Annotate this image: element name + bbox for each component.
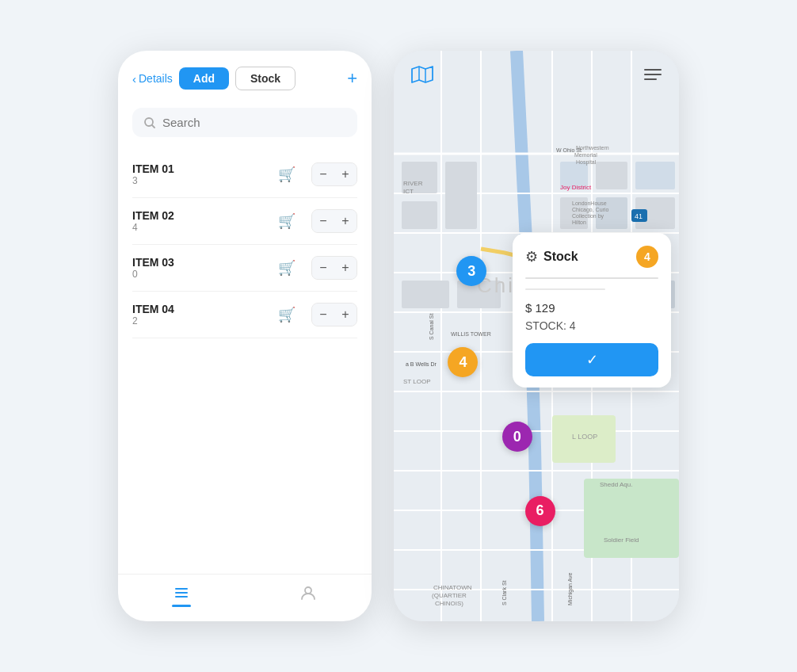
increment-button[interactable]: + xyxy=(334,210,357,232)
screens-container: ‹ Details Add Stock + ITEM 01 xyxy=(86,19,711,653)
stock-popup: ⚙ Stock 4 $ 129 STOCK: 4 ✓ xyxy=(513,233,671,388)
svg-rect-4 xyxy=(175,596,188,598)
svg-text:(QUARTIER: (QUARTIER xyxy=(432,592,467,599)
header-row: ‹ Details Add Stock + xyxy=(132,67,357,90)
stock-popup-header: ⚙ Stock 4 xyxy=(525,246,658,268)
svg-text:S Clark St: S Clark St xyxy=(501,580,507,605)
back-label: Details xyxy=(139,72,173,85)
right-phone: Chicago Northwestern Memorial Hospital L… xyxy=(394,51,679,621)
svg-rect-3 xyxy=(175,592,188,594)
svg-text:LondonHouse: LondonHouse xyxy=(572,200,607,206)
plus-icon[interactable]: + xyxy=(347,70,357,87)
svg-text:Soldier Field: Soldier Field xyxy=(604,536,639,544)
search-icon xyxy=(143,116,156,129)
nav-item-list[interactable] xyxy=(172,584,191,607)
gear-icon: ⚙ xyxy=(525,248,538,265)
svg-text:Memorial: Memorial xyxy=(574,152,597,158)
item-name: ITEM 04 xyxy=(132,303,272,315)
cart-icon: 🛒 xyxy=(278,166,296,183)
svg-rect-29 xyxy=(402,201,437,229)
hamburger-line-2 xyxy=(644,74,662,75)
item-info: ITEM 03 0 xyxy=(132,256,272,280)
stock-title-row: ⚙ Stock xyxy=(525,248,578,265)
decrement-button[interactable]: − xyxy=(312,163,334,185)
nav-active-indicator xyxy=(172,605,191,607)
item-name: ITEM 02 xyxy=(132,209,272,222)
svg-text:ICT: ICT xyxy=(403,188,414,195)
stepper-1: − + xyxy=(311,209,357,233)
bottom-nav xyxy=(118,574,372,621)
marker-6[interactable]: 6 xyxy=(525,496,555,526)
marker-0[interactable]: 0 xyxy=(502,422,532,452)
svg-text:CHINATOWN: CHINATOWN xyxy=(433,584,472,591)
hamburger-line-1 xyxy=(644,69,662,71)
table-row: ITEM 02 4 🛒 − + xyxy=(132,198,357,245)
item-info: ITEM 01 3 xyxy=(132,162,272,186)
svg-text:Collection by: Collection by xyxy=(572,213,604,220)
stepper-0: − + xyxy=(311,162,357,186)
check-icon: ✓ xyxy=(586,351,598,368)
popup-price: $ 129 xyxy=(525,301,658,315)
popup-stock-text: STOCK: 4 xyxy=(525,319,658,332)
back-chevron-icon: ‹ xyxy=(132,72,136,86)
decrement-button[interactable]: − xyxy=(312,304,334,326)
increment-button[interactable]: + xyxy=(334,163,357,185)
decrement-button[interactable]: − xyxy=(312,210,334,232)
svg-text:Joy District: Joy District xyxy=(560,184,592,191)
svg-text:a B Wells Dr: a B Wells Dr xyxy=(406,361,437,367)
svg-text:Hilton: Hilton xyxy=(572,220,586,225)
svg-text:CHINOIS): CHINOIS) xyxy=(435,600,463,607)
cart-icon: 🛒 xyxy=(278,306,296,323)
profile-icon xyxy=(299,584,317,601)
back-button[interactable]: ‹ Details xyxy=(132,72,173,86)
marker-0-value: 0 xyxy=(513,429,521,445)
decrement-button[interactable]: − xyxy=(312,257,334,279)
hamburger-line-3 xyxy=(644,78,657,80)
item-list: ITEM 01 3 🛒 − + ITEM 02 4 🛒 xyxy=(132,151,357,574)
stock-title: Stock xyxy=(543,250,578,264)
table-row: ITEM 03 0 🛒 − + xyxy=(132,245,357,292)
item-name: ITEM 01 xyxy=(132,162,272,175)
svg-text:W Ohio St: W Ohio St xyxy=(556,147,582,153)
increment-button[interactable]: + xyxy=(334,304,357,326)
increment-button[interactable]: + xyxy=(334,257,357,279)
svg-text:Michigan Ave: Michigan Ave xyxy=(567,572,574,605)
hamburger-icon[interactable] xyxy=(644,69,662,80)
svg-rect-26 xyxy=(584,479,679,558)
list-icon xyxy=(173,584,190,601)
add-button[interactable]: Add xyxy=(179,67,229,90)
popup-confirm-button[interactable]: ✓ xyxy=(525,343,658,376)
popup-divider xyxy=(525,277,658,279)
svg-text:WILLIS TOWER: WILLIS TOWER xyxy=(451,331,491,337)
svg-rect-37 xyxy=(402,281,449,308)
search-input[interactable] xyxy=(162,116,346,129)
svg-text:RIVER: RIVER xyxy=(403,180,423,187)
svg-text:Shedd Aqu.: Shedd Aqu. xyxy=(600,481,632,488)
item-qty: 0 xyxy=(132,269,272,280)
item-qty: 4 xyxy=(132,222,272,233)
stepper-2: − + xyxy=(311,256,357,280)
item-qty: 3 xyxy=(132,175,272,186)
left-phone: ‹ Details Add Stock + ITEM 01 xyxy=(118,51,372,621)
svg-line-1 xyxy=(152,125,154,128)
map-topbar xyxy=(394,51,679,92)
stepper-3: − + xyxy=(311,303,357,326)
nav-item-profile[interactable] xyxy=(299,584,318,607)
stock-button[interactable]: Stock xyxy=(235,67,296,90)
svg-text:L LOOP: L LOOP xyxy=(572,433,597,441)
svg-rect-30 xyxy=(445,162,477,229)
cart-icon: 🛒 xyxy=(278,259,296,277)
item-name: ITEM 03 xyxy=(132,256,272,269)
marker-6-value: 6 xyxy=(536,502,544,519)
svg-point-5 xyxy=(305,587,311,594)
search-bar xyxy=(132,108,357,137)
marker-4-value: 4 xyxy=(459,354,467,371)
item-qty: 2 xyxy=(132,315,272,326)
cart-icon: 🛒 xyxy=(278,212,296,230)
table-row: ITEM 04 2 🛒 − + xyxy=(132,292,357,338)
map-icon xyxy=(411,65,433,84)
stock-badge: 4 xyxy=(636,246,658,268)
svg-text:Chicago, Curio: Chicago, Curio xyxy=(572,207,608,213)
svg-rect-33 xyxy=(635,162,675,189)
item-info: ITEM 04 2 xyxy=(132,303,272,326)
